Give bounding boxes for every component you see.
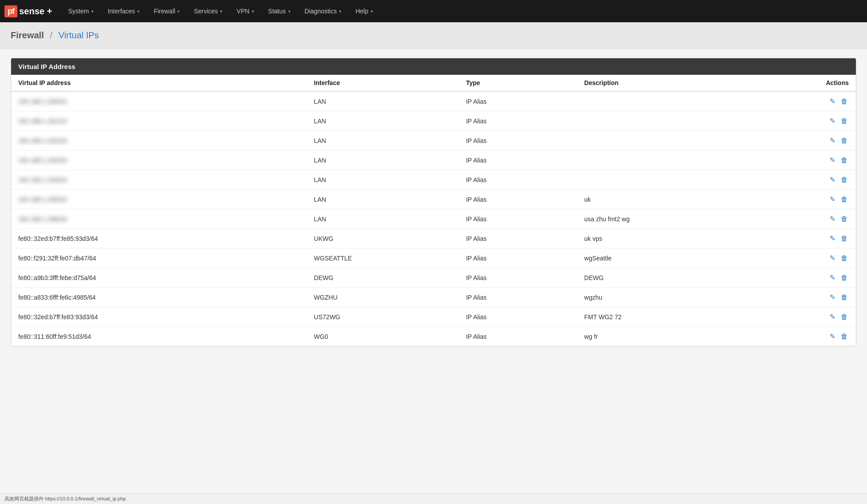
nav-item-diagnostics[interactable]: Diagnostics ▾ bbox=[298, 1, 348, 21]
table-row: fe80::f291:32ff:fe07:db47/64WGSEATTLEIP … bbox=[11, 248, 856, 268]
delete-button[interactable]: 🗑 bbox=[840, 312, 849, 322]
delete-button[interactable]: 🗑 bbox=[840, 234, 849, 244]
nav-link-firewall[interactable]: Firewall ▾ bbox=[147, 1, 187, 21]
delete-button[interactable]: 🗑 bbox=[840, 97, 849, 106]
cell-vip: fe80::32ed:b7ff:fe85:93d3/64 bbox=[11, 229, 307, 248]
cell-interface: UKWG bbox=[307, 229, 459, 248]
cell-actions: ✎🗑 bbox=[763, 150, 856, 170]
cell-description bbox=[577, 131, 763, 150]
table-header-row: Virtual IP address Interface Type Descri… bbox=[11, 75, 856, 91]
cell-actions: ✎🗑 bbox=[763, 111, 856, 131]
nav-label-system: System bbox=[68, 8, 89, 15]
delete-button[interactable]: 🗑 bbox=[840, 332, 849, 341]
col-header-description: Description bbox=[577, 75, 763, 91]
table-body: 192.168.1.200/24LANIP Alias✎🗑192.168.1.2… bbox=[11, 91, 856, 346]
actions-container: ✎🗑 bbox=[770, 155, 849, 165]
edit-button[interactable]: ✎ bbox=[829, 312, 836, 322]
edit-button[interactable]: ✎ bbox=[829, 175, 836, 185]
main-content: Virtual IP Address Virtual IP address In… bbox=[0, 49, 867, 355]
edit-button[interactable]: ✎ bbox=[829, 331, 836, 341]
nav-caret-firewall: ▾ bbox=[177, 9, 180, 14]
cell-actions: ✎🗑 bbox=[763, 248, 856, 268]
actions-container: ✎🗑 bbox=[770, 175, 849, 185]
nav-link-services[interactable]: Services ▾ bbox=[187, 1, 229, 21]
edit-button[interactable]: ✎ bbox=[829, 253, 836, 263]
nav-link-system[interactable]: System ▾ bbox=[61, 1, 101, 21]
cell-actions: ✎🗑 bbox=[763, 229, 856, 248]
edit-button[interactable]: ✎ bbox=[829, 292, 836, 302]
cell-type: IP Alias bbox=[459, 131, 577, 150]
nav-link-vpn[interactable]: VPN ▾ bbox=[229, 1, 261, 21]
table-row: 192.168.1.205/24LANIP Aliasuk✎🗑 bbox=[11, 190, 856, 209]
delete-button[interactable]: 🗑 bbox=[840, 214, 849, 224]
pf-logo-text: pf bbox=[4, 5, 17, 17]
nav-caret-status: ▾ bbox=[288, 9, 290, 14]
nav-label-diagnostics: Diagnostics bbox=[305, 8, 337, 15]
cell-vip: 192.168.1.201/24 bbox=[11, 111, 307, 131]
actions-container: ✎🗑 bbox=[770, 116, 849, 126]
nav-link-status[interactable]: Status ▾ bbox=[261, 1, 298, 21]
nav-item-system[interactable]: System ▾ bbox=[61, 1, 101, 21]
delete-button[interactable]: 🗑 bbox=[840, 195, 849, 204]
nav-item-status[interactable]: Status ▾ bbox=[261, 1, 298, 21]
nav-item-vpn[interactable]: VPN ▾ bbox=[229, 1, 261, 21]
cell-type: IP Alias bbox=[459, 150, 577, 170]
delete-button[interactable]: 🗑 bbox=[840, 155, 849, 165]
cell-type: IP Alias bbox=[459, 190, 577, 209]
cell-type: IP Alias bbox=[459, 111, 577, 131]
edit-button[interactable]: ✎ bbox=[829, 135, 836, 146]
delete-button[interactable]: 🗑 bbox=[840, 253, 849, 263]
cell-description: wgzhu bbox=[577, 288, 763, 307]
cell-actions: ✎🗑 bbox=[763, 288, 856, 307]
nav-item-firewall[interactable]: Firewall ▾ bbox=[147, 1, 187, 21]
cell-description bbox=[577, 111, 763, 131]
brand-logo[interactable]: pf sense + bbox=[4, 5, 52, 17]
delete-button[interactable]: 🗑 bbox=[840, 273, 849, 283]
cell-vip: 192.168.1.205/24 bbox=[11, 190, 307, 209]
nav-caret-interfaces: ▾ bbox=[137, 9, 139, 14]
table-row: fe80::311:60ff:fe9:51d3/64WG0IP Aliaswg … bbox=[11, 327, 856, 346]
actions-container: ✎🗑 bbox=[770, 253, 849, 263]
cell-actions: ✎🗑 bbox=[763, 327, 856, 346]
edit-button[interactable]: ✎ bbox=[829, 214, 836, 224]
cell-description: DEWG bbox=[577, 268, 763, 288]
col-header-type: Type bbox=[459, 75, 577, 91]
edit-button[interactable]: ✎ bbox=[829, 116, 836, 126]
nav-link-diagnostics[interactable]: Diagnostics ▾ bbox=[298, 1, 348, 21]
cell-actions: ✎🗑 bbox=[763, 307, 856, 327]
nav-item-services[interactable]: Services ▾ bbox=[187, 1, 229, 21]
nav-item-help[interactable]: Help ▾ bbox=[348, 1, 380, 21]
table-title: Virtual IP Address bbox=[11, 58, 856, 75]
delete-button[interactable]: 🗑 bbox=[840, 116, 849, 126]
cell-interface: US72WG bbox=[307, 307, 459, 327]
col-header-actions: Actions bbox=[763, 75, 856, 91]
delete-button[interactable]: 🗑 bbox=[840, 136, 849, 146]
delete-button[interactable]: 🗑 bbox=[840, 175, 849, 185]
edit-button[interactable]: ✎ bbox=[829, 155, 836, 165]
breadcrumb-separator: / bbox=[50, 30, 53, 40]
edit-button[interactable]: ✎ bbox=[829, 272, 836, 283]
breadcrumb-section: Firewall / Virtual IPs bbox=[0, 22, 867, 49]
cell-type: IP Alias bbox=[459, 327, 577, 346]
delete-button[interactable]: 🗑 bbox=[840, 293, 849, 302]
actions-container: ✎🗑 bbox=[770, 292, 849, 302]
actions-container: ✎🗑 bbox=[770, 214, 849, 224]
nav-link-help[interactable]: Help ▾ bbox=[348, 1, 380, 21]
cell-vip: 192.168.1.206/24 bbox=[11, 209, 307, 229]
edit-button[interactable]: ✎ bbox=[829, 194, 836, 204]
cell-vip: fe80::a9b3:3fff:febe:d75a/64 bbox=[11, 268, 307, 288]
cell-interface: LAN bbox=[307, 190, 459, 209]
edit-button[interactable]: ✎ bbox=[829, 96, 836, 106]
cell-type: IP Alias bbox=[459, 170, 577, 190]
nav-link-interfaces[interactable]: Interfaces ▾ bbox=[101, 1, 147, 21]
cell-description bbox=[577, 91, 763, 111]
table-row: fe80::32ed:b7ff:fe83:93d3/64US72WGIP Ali… bbox=[11, 307, 856, 327]
nav-item-interfaces[interactable]: Interfaces ▾ bbox=[101, 1, 147, 21]
cell-actions: ✎🗑 bbox=[763, 190, 856, 209]
table-row: 192.168.1.200/24LANIP Alias✎🗑 bbox=[11, 91, 856, 111]
cell-vip: fe80::311:60ff:fe9:51d3/64 bbox=[11, 327, 307, 346]
table-row: 192.168.1.203/24LANIP Alias✎🗑 bbox=[11, 150, 856, 170]
nav-menu: System ▾ Interfaces ▾ Firewall ▾ Service… bbox=[61, 1, 380, 21]
edit-button[interactable]: ✎ bbox=[829, 233, 836, 244]
nav-label-help: Help bbox=[356, 8, 368, 15]
